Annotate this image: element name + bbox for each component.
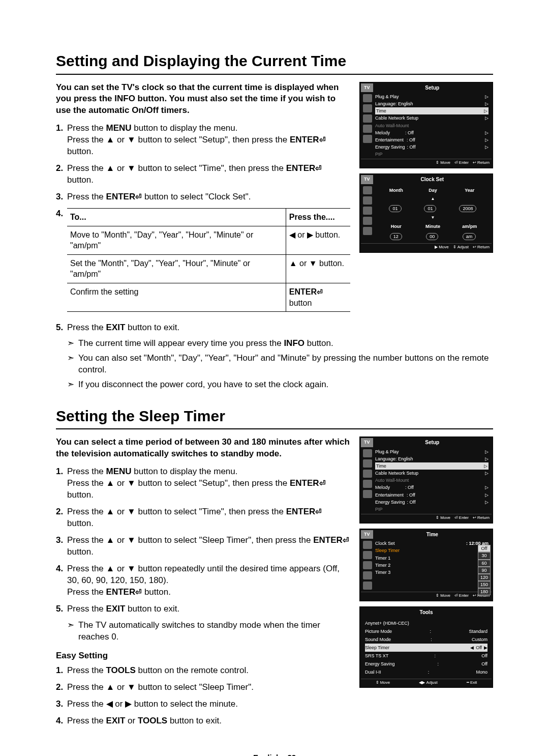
osd-item[interactable]: Timer 2 [375, 562, 390, 568]
easy2: Press the ▲ or ▼ button to select "Sleep… [67, 682, 254, 692]
footer-move: Move [376, 680, 390, 686]
osd-item-selected[interactable]: Time [376, 108, 386, 114]
osd-tools-menu: Tools Anynet+ (HDMI-CEC) Picture Mode:St… [359, 606, 493, 688]
osd-setup-menu: TVSetup Plug & Play▷ Language: English▷ … [359, 82, 493, 169]
tools-item[interactable]: Anynet+ (HDMI-CEC) [365, 620, 409, 626]
menu-icon [363, 449, 372, 457]
val-ampm[interactable]: am [463, 233, 476, 240]
chevron-right-icon: ▷ [485, 492, 489, 498]
osd-item-disabled: PIP [375, 151, 383, 157]
s1-step5: Press the EXIT button to exit. [67, 323, 179, 332]
chevron-right-icon: ▷ [485, 144, 489, 150]
s2-step1-line1: Press the MENU button to display the men… [67, 467, 237, 476]
val-minute[interactable]: 00 [426, 233, 438, 240]
r2c1: Set the "Month", "Day", "Year", "Hour", … [67, 254, 286, 283]
tools-value: Mono [476, 669, 487, 675]
chevron-right-icon: ▷ [485, 130, 489, 136]
osd-item-selected[interactable]: Sleep Timer [375, 547, 400, 554]
section1-after: 5.Press the EXIT button to exit. [56, 322, 493, 334]
osd3-title: Time [373, 530, 492, 539]
osd-item[interactable]: Timer 3 [375, 569, 390, 575]
tools-item[interactable]: Energy Saving [365, 661, 395, 667]
osd-item[interactable]: Cable Network Setup [375, 470, 418, 476]
r1c1: Move to "Month", "Day", "Year", "Hour", … [67, 226, 286, 254]
section1-steps: 1. Press the MENU button to display the … [56, 123, 350, 312]
osd-title: Setup [373, 438, 492, 447]
arrow-left-icon[interactable]: ◀ [470, 645, 474, 651]
osd-item[interactable]: Plug & Play [375, 94, 399, 100]
val-day[interactable]: 01 [424, 205, 436, 212]
sleep-option[interactable]: 60 [478, 560, 491, 567]
arrow-up-icon[interactable]: ▲ [379, 196, 486, 202]
osd-item[interactable]: Melody: Off [375, 484, 414, 490]
osd-item[interactable]: Entertainment: Off [375, 492, 415, 498]
section2-intro: You can select a time period of between … [56, 437, 350, 460]
arrow-right-icon[interactable]: ▶ [484, 645, 487, 651]
osd-item-disabled: PIP [375, 506, 383, 512]
osd-item[interactable]: Energy Saving: Off [375, 144, 415, 150]
s2-step2: Press the ▲ or ▼ button to select "Time"… [67, 507, 322, 528]
s2-step3: Press the ▲ or ▼ button to select "Sleep… [67, 535, 349, 557]
osd-item[interactable]: Timer 1 [375, 555, 390, 561]
section1-title: Setting and Displaying the Current Time [56, 51, 493, 75]
osd-item[interactable]: Melody: Off [375, 130, 414, 136]
menu-icon [363, 470, 372, 478]
val-year[interactable]: 2008 [459, 205, 476, 212]
r1c2: ◀ or ▶ button. [286, 226, 350, 254]
osd-tv: TV [361, 438, 373, 447]
osd-item[interactable]: Plug & Play [375, 449, 399, 455]
sleep-option[interactable]: 90 [478, 567, 491, 574]
easy1: Press the TOOLS button on the remote con… [67, 665, 249, 675]
chevron-right-icon: ▷ [484, 463, 487, 469]
lbl-minute: Minute [416, 223, 449, 229]
sleep-option[interactable]: 120 [478, 574, 491, 581]
s2-step4: Press the ▲ or ▼ button repeatedly until… [67, 564, 340, 597]
menu-icon [363, 94, 372, 102]
footer-move: Move [436, 593, 450, 599]
chevron-right-icon: ▷ [485, 484, 489, 490]
footer-exit: Exit [467, 680, 477, 686]
osd3-tv: TV [361, 530, 373, 539]
osd2-icon-rail [361, 184, 374, 243]
osd-item-selected[interactable]: Time [376, 463, 386, 469]
section2-steps: 1. Press the MENU button to display the … [56, 466, 350, 615]
menu-icon [363, 104, 372, 112]
footer-return: Return [473, 515, 490, 521]
tools-item[interactable]: SRS TS XT [365, 653, 388, 659]
menu-icon [363, 227, 372, 235]
th-press: Press the.... [286, 208, 350, 226]
val-hour[interactable]: 12 [390, 233, 402, 240]
lbl-ampm: am/pm [453, 223, 486, 229]
tools-value: Off [481, 653, 487, 659]
val-month[interactable]: 01 [389, 205, 401, 212]
chevron-right-icon: ▷ [485, 115, 489, 121]
osd-item[interactable]: Language: English [375, 101, 413, 107]
arrow-down-icon[interactable]: ▼ [379, 215, 486, 221]
chevron-right-icon: ▷ [485, 499, 489, 505]
osd-item[interactable]: Energy Saving: Off [375, 499, 415, 505]
tools-item[interactable]: Sound Mode [365, 636, 391, 643]
lbl-month: Month [379, 187, 413, 193]
footer-return: Return [473, 245, 490, 250]
tools-item[interactable]: Picture Mode [365, 628, 392, 634]
sleep-option[interactable]: 180 [478, 588, 491, 595]
menu-icon [363, 207, 372, 215]
osd1-tv: TV [361, 83, 373, 93]
sleep-option[interactable]: 150 [478, 581, 491, 588]
osd-item-disabled: Auto Wall-Mount [375, 477, 409, 483]
osd-item[interactable]: Language: English [375, 456, 413, 462]
easy-setting-heading: Easy Setting [56, 650, 350, 662]
sleep-option[interactable]: Off [478, 545, 491, 552]
tools-item[interactable]: Dual I-II [365, 669, 381, 675]
s1-step3: Press the ENTER button to select "Clock … [67, 192, 251, 201]
instruction-table: To...Press the.... Move to "Month", "Day… [67, 208, 350, 312]
sleep-option[interactable]: 30 [478, 552, 491, 559]
osd-item[interactable]: Entertainment: Off [375, 137, 415, 143]
note2: You can also set "Month", "Day", "Year",… [78, 353, 493, 376]
osd-item[interactable]: Cable Network Setup [375, 115, 418, 121]
osd-item[interactable]: Clock Set [375, 540, 395, 546]
easy3: Press the ◀ or ▶ button to select the mi… [67, 699, 238, 709]
tools-item-selected[interactable]: Sleep Timer [365, 645, 468, 651]
footer-enter: Enter [454, 593, 469, 599]
footer-adjust: Adjust [453, 245, 469, 250]
